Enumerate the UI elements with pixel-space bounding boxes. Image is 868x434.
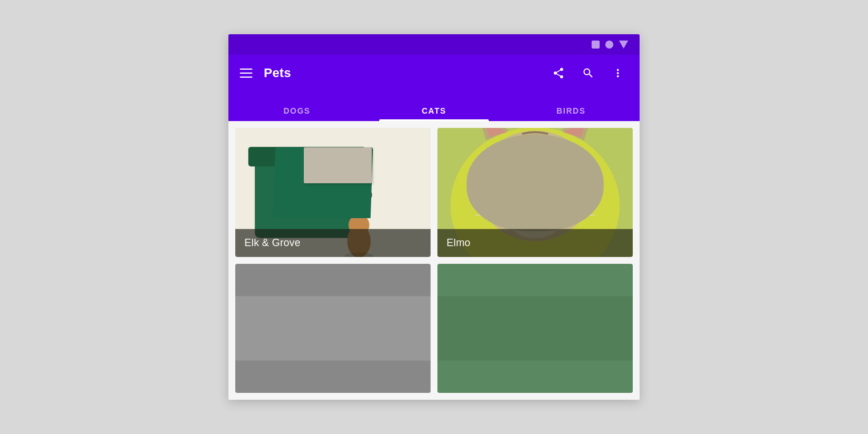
svg-marker-10 (353, 164, 357, 170)
tab-cats-indicator (379, 119, 489, 121)
status-circle-icon (605, 41, 613, 49)
svg-point-8 (344, 171, 358, 185)
svg-line-30 (476, 202, 522, 207)
svg-point-25 (547, 165, 578, 194)
share-button[interactable] (546, 61, 571, 86)
card-elmo[interactable]: Elmo (437, 128, 633, 257)
tab-dogs[interactable]: DOGS (228, 91, 365, 121)
svg-rect-40 (437, 296, 633, 361)
card-elmo-name: Elmo (447, 237, 471, 248)
menu-button[interactable] (238, 66, 255, 80)
svg-rect-4 (294, 192, 372, 198)
app-bar: Pets (228, 55, 640, 91)
svg-point-7 (319, 171, 360, 201)
app-title: Pets (264, 66, 537, 81)
svg-rect-3 (248, 147, 365, 166)
svg-line-33 (548, 202, 594, 207)
svg-marker-13 (352, 210, 357, 217)
content-area: Elk & Grove (228, 121, 640, 400)
tabs-bar: DOGS CATS BIRDS (228, 91, 640, 121)
tab-cats[interactable]: CATS (365, 91, 503, 121)
svg-line-35 (548, 215, 595, 215)
svg-point-26 (500, 170, 515, 188)
more-options-button[interactable] (605, 61, 630, 86)
svg-point-29 (556, 172, 561, 178)
svg-line-31 (473, 209, 521, 211)
card-4-image (437, 264, 633, 393)
svg-rect-6 (297, 198, 368, 199)
svg-marker-9 (345, 166, 351, 172)
svg-line-34 (549, 209, 597, 211)
card-elk-grove-caption: Elk & Grove (235, 229, 431, 257)
svg-rect-5 (300, 173, 365, 192)
svg-rect-38 (235, 296, 431, 361)
card-3[interactable] (235, 264, 431, 393)
status-bar (228, 34, 640, 55)
svg-marker-14 (364, 207, 368, 215)
card-elk-grove-name: Elk & Grove (244, 237, 300, 248)
status-triangle-icon (619, 41, 628, 49)
phone-container: Pets DOGS CATS (228, 34, 640, 400)
svg-point-19 (476, 131, 593, 242)
svg-point-24 (492, 165, 524, 194)
card-elk-grove[interactable]: Elk & Grove (235, 128, 431, 257)
toolbar-actions (546, 61, 630, 86)
svg-point-27 (554, 170, 570, 188)
card-3-image (235, 264, 431, 393)
status-square-icon (592, 41, 600, 49)
search-button[interactable] (576, 61, 601, 86)
tab-birds[interactable]: BIRDS (503, 91, 640, 121)
svg-point-28 (501, 172, 507, 178)
card-elmo-caption: Elmo (437, 229, 633, 257)
card-4[interactable] (437, 264, 633, 393)
svg-line-32 (475, 215, 522, 215)
